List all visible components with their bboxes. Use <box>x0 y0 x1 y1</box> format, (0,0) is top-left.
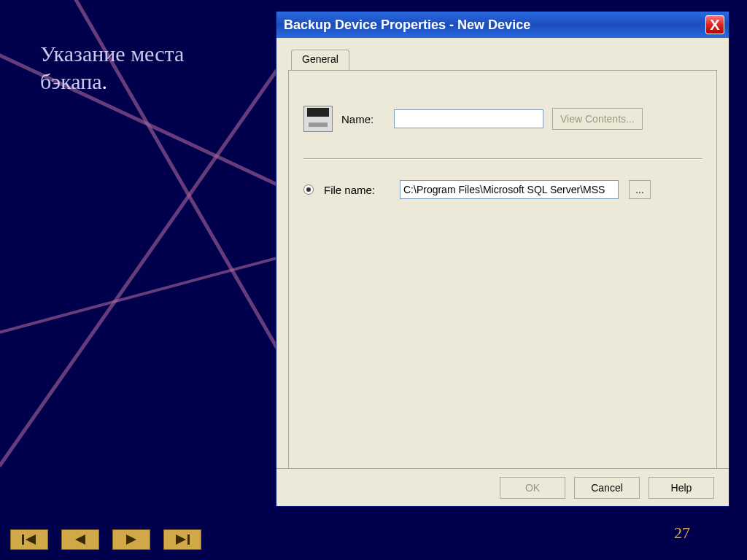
svg-marker-1 <box>26 534 36 545</box>
caption-line-2: бэкапа <box>40 69 102 93</box>
help-button[interactable]: Help <box>649 477 714 499</box>
file-name-label: File name: <box>324 184 390 196</box>
close-icon: X <box>710 18 719 32</box>
file-name-input[interactable] <box>400 180 619 199</box>
browse-button[interactable]: ... <box>629 180 651 199</box>
tab-body: Name: View Contents... File name: ... <box>288 70 717 471</box>
next-icon <box>123 534 139 545</box>
last-icon <box>174 534 190 545</box>
name-label: Name: <box>341 113 385 125</box>
nav-first-button[interactable] <box>10 529 48 550</box>
tab-label: General <box>302 53 338 65</box>
close-button[interactable]: X <box>705 15 724 34</box>
divider <box>303 158 702 160</box>
slide-nav <box>10 529 201 550</box>
tab-general[interactable]: General <box>291 50 349 70</box>
svg-rect-0 <box>22 534 24 545</box>
backup-device-dialog: Backup Device Properties - New Device X … <box>276 11 729 507</box>
tab-row: General <box>288 50 717 70</box>
view-contents-button: View Contents... <box>552 108 643 130</box>
titlebar[interactable]: Backup Device Properties - New Device X <box>276 12 729 38</box>
nav-next-button[interactable] <box>112 529 150 550</box>
dialog-client-area: General Name: View Contents... File name… <box>276 38 729 506</box>
titlebar-text: Backup Device Properties - New Device <box>284 18 705 33</box>
backup-device-icon <box>303 106 333 132</box>
svg-marker-3 <box>126 534 136 545</box>
cancel-button[interactable]: Cancel <box>574 477 640 499</box>
file-name-row: File name: ... <box>303 180 702 199</box>
caption-line-1: Указание места <box>40 42 184 66</box>
dialog-button-bar: OK Cancel Help <box>276 468 729 506</box>
nav-prev-button[interactable] <box>61 529 99 550</box>
name-row: Name: View Contents... <box>303 106 702 132</box>
bg-line <box>0 47 294 467</box>
page-number: 27 <box>674 524 690 542</box>
svg-marker-2 <box>75 534 85 545</box>
ok-button: OK <box>500 477 565 499</box>
svg-rect-5 <box>187 534 190 545</box>
first-icon <box>21 534 37 545</box>
prev-icon <box>72 534 88 545</box>
caption-dot: . <box>102 69 108 93</box>
name-input[interactable] <box>394 109 543 128</box>
nav-last-button[interactable] <box>163 529 201 550</box>
svg-marker-4 <box>176 534 186 545</box>
file-name-radio[interactable] <box>303 184 314 195</box>
slide-caption: Указание места бэкапа. <box>40 40 184 95</box>
